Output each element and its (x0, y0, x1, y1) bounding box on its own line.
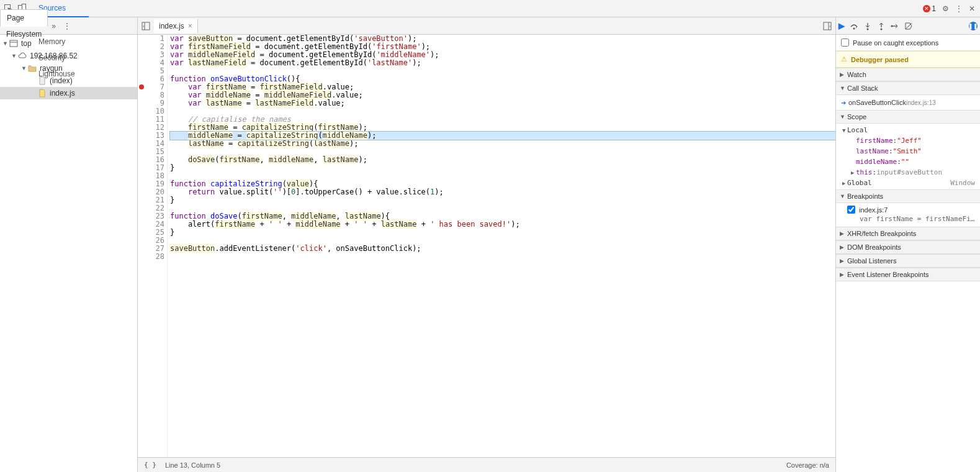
tree-folder-label: raygun (40, 64, 63, 73)
file-tab-label: index.js (159, 22, 184, 30)
global-listeners-section-header[interactable]: ▶Global Listeners (836, 254, 980, 268)
dom-bp-section-header[interactable]: ▶DOM Breakpoints (836, 240, 980, 254)
close-tab-icon[interactable]: × (188, 22, 192, 30)
debugger-panel: ▶ ❚❚ Pause on caught exceptions Debugger… (836, 17, 980, 472)
code-line[interactable] (170, 253, 835, 261)
code-line[interactable]: doSave(firstName, middleName, lastName); (170, 156, 835, 164)
window-icon (9, 39, 19, 48)
callstack-loc: index.js:13 (906, 99, 936, 106)
file-tab[interactable]: index.js × (154, 19, 198, 33)
tree-host[interactable]: ▼ 192.168.86.52 (0, 50, 137, 62)
code-line[interactable]: saveButton.addEventListener('click', onS… (170, 245, 835, 253)
scope-global-header[interactable]: ▶Global Window (836, 178, 980, 188)
settings-icon[interactable]: ⚙ (942, 4, 949, 13)
breakpoint-checkbox[interactable] (847, 206, 855, 214)
resume-icon[interactable]: ▶ (838, 21, 845, 30)
pause-caught-checkbox[interactable] (841, 39, 849, 47)
svg-rect-2 (22, 4, 26, 9)
close-devtools-icon[interactable]: ✕ (969, 4, 975, 13)
svg-text:›: › (829, 24, 831, 29)
scope-section-header[interactable]: ▼Scope (836, 110, 980, 124)
scope-local-header[interactable]: ▼Local (836, 125, 980, 135)
coverage-status: Coverage: n/a (786, 461, 829, 469)
tree-file-label: index.js (50, 89, 75, 98)
scope-var-row[interactable]: lastName: "Smith" (836, 146, 980, 157)
tree-file-indexjs[interactable]: index.js (0, 87, 137, 99)
event-listener-bp-section-header[interactable]: ▶Event Listener Breakpoints (836, 268, 980, 281)
pause-caught-row[interactable]: Pause on caught exceptions (836, 35, 980, 51)
code-line[interactable]: return value.split('')[0].toUpperCase() … (170, 188, 835, 196)
svg-point-17 (891, 25, 893, 27)
debugger-toolbar: ▶ ❚❚ (836, 17, 980, 35)
svg-point-13 (867, 28, 869, 30)
file-icon (37, 76, 47, 86)
callstack-frame[interactable]: onSaveButtonClick index.js:13 (836, 96, 980, 109)
code-line[interactable]: } (170, 164, 835, 172)
cursor-position: Line 13, Column 5 (165, 461, 220, 469)
breakpoints-section-header[interactable]: ▼Breakpoints (836, 189, 980, 203)
folder-icon (27, 63, 37, 73)
tree-folder[interactable]: ▼ raygun (0, 62, 137, 75)
code-line[interactable]: var lastNameField = document.getElementB… (170, 59, 835, 67)
svg-point-11 (853, 27, 855, 29)
editor-status-bar: { } Line 13, Column 5 Coverage: n/a (138, 457, 835, 472)
format-icon[interactable]: { } (144, 461, 156, 469)
editor-tabs: ‹ index.js × › (138, 17, 835, 35)
tree-file-label: (index) (50, 76, 73, 85)
code-editor[interactable]: 1234567891011121314151617181920212223242… (138, 35, 835, 457)
code-line[interactable]: alert(firstName + ' ' + middleName + ' '… (170, 220, 835, 229)
navigator-tabs: PageFilesystem » ⋮ (0, 17, 137, 35)
step-out-icon[interactable] (877, 22, 886, 30)
navigator-more-icon[interactable]: » (48, 19, 60, 33)
code-line[interactable]: var lastName = lastNameField.value; (170, 99, 835, 107)
watch-section-header[interactable]: ▶Watch (836, 68, 980, 81)
scope-var-row[interactable]: middleName: "" (836, 157, 980, 167)
debugger-paused-banner: Debugger paused (836, 51, 980, 68)
svg-text:‹: ‹ (143, 24, 145, 29)
scope-this-row[interactable]: ▶ this: input#saveButton (836, 167, 980, 178)
navigator-panel: PageFilesystem » ⋮ ▼ top ▼ 192.168.86.52… (0, 17, 138, 472)
xhr-section-header[interactable]: ▶XHR/fetch Breakpoints (836, 227, 980, 240)
error-count-badge[interactable]: ✕1 (923, 4, 936, 13)
code-line[interactable]: } (170, 196, 835, 204)
scope-var-row[interactable]: firstName: "Jeff" (836, 135, 980, 146)
file-tree: ▼ top ▼ 192.168.86.52 ▼ raygun (index) (0, 35, 137, 102)
code-line[interactable]: lastName = capitalizeString(lastName); (170, 140, 835, 148)
code-line[interactable]: } (170, 229, 835, 237)
navigator-tab-page[interactable]: Page (0, 9, 48, 27)
tree-top[interactable]: ▼ top (0, 37, 137, 50)
deactivate-bp-icon[interactable] (904, 22, 913, 30)
js-file-icon (37, 88, 47, 98)
svg-point-15 (881, 28, 883, 30)
pause-caught-label: Pause on caught exceptions (853, 39, 938, 47)
tree-host-label: 192.168.86.52 (30, 52, 78, 60)
tree-top-label: top (21, 39, 32, 48)
breakpoint-entry[interactable]: index.js:7 (836, 204, 980, 215)
svg-line-18 (906, 23, 912, 29)
step-into-icon[interactable] (863, 22, 872, 30)
navigator-menu-icon[interactable]: ⋮ (60, 19, 74, 33)
devtools-top-tabs: ElementsConsoleNetworkPerformanceSources… (0, 0, 980, 17)
step-over-icon[interactable] (850, 22, 858, 30)
pause-state-icon[interactable]: ❚❚ (969, 22, 978, 30)
more-icon[interactable]: ⋮ (955, 4, 963, 13)
toggle-right-icon[interactable]: › (819, 19, 835, 33)
editor-panel: ‹ index.js × › 1234567891011121314151617… (138, 17, 836, 472)
breakpoint-text: var firstName = firstNameFi… (836, 215, 980, 225)
step-icon[interactable] (891, 22, 899, 30)
cloud-icon (17, 51, 27, 61)
callstack-section-header[interactable]: ▼Call Stack (836, 81, 980, 95)
tree-file-index[interactable]: (index) (0, 75, 137, 87)
svg-rect-3 (10, 40, 17, 47)
breakpoint-marker[interactable] (139, 84, 144, 89)
toggle-nav-icon[interactable]: ‹ (138, 19, 154, 33)
